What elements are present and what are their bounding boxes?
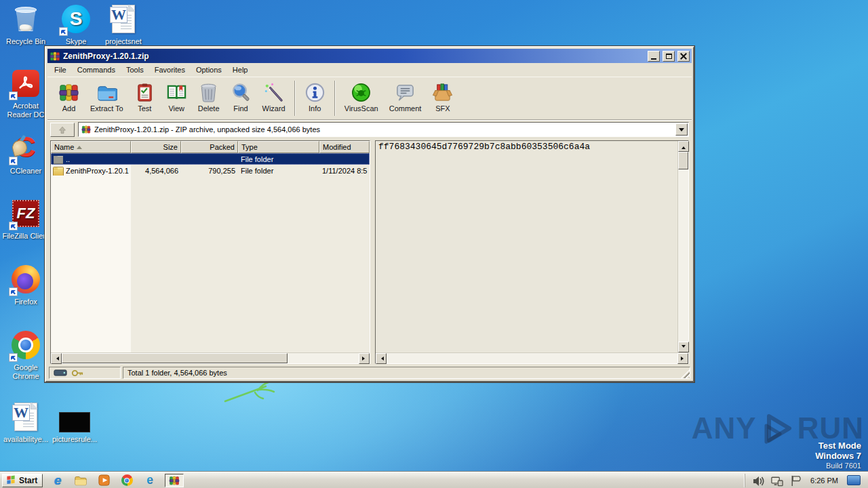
sfx-button[interactable]: SFX [427,79,458,115]
media-player-icon[interactable] [97,474,111,487]
desktop-icon-chrome[interactable]: Google Chrome [1,329,50,381]
view-book-icon [166,82,187,103]
delete-button[interactable]: Delete [193,79,225,115]
desktop-icon-availability-doc[interactable]: W availabilitye... [1,401,50,444]
shortcut-arrow-icon [9,92,18,100]
desktop-icon-label: Skype [66,37,87,46]
comment-horizontal-scrollbar[interactable] [376,352,688,363]
resize-grip[interactable] [681,369,690,378]
scroll-left-button[interactable] [51,353,62,364]
column-header-size[interactable]: Size [131,141,181,153]
comment-vertical-scrollbar[interactable] [677,141,688,352]
sfx-box-icon [432,82,453,103]
shortcut-arrow-icon [9,222,18,230]
find-button[interactable]: Find [225,79,257,115]
chevron-down-icon [679,128,684,134]
test-button[interactable]: Test [129,79,161,115]
desktop-icon-label: Recycle Bin [6,37,45,46]
skype-icon: S [60,3,92,35]
menu-favorites[interactable]: Favorites [149,64,191,75]
column-header-type[interactable]: Type [238,141,319,153]
desktop-icon-filezilla[interactable]: FZ FileZilla Client [1,198,50,241]
desktop-icon-label: picturesrule... [52,435,97,444]
menu-tools[interactable]: Tools [121,64,149,75]
column-header-name[interactable]: Name [51,141,131,153]
address-bar: ZenithProxy-1.20.1.zip - ZIP archive, un… [47,120,692,139]
desktop-icon-projectsnet[interactable]: W projectsnet [99,3,148,46]
virusscan-icon [351,82,372,103]
chrome-taskbar-icon[interactable] [120,474,134,487]
edge-taskbar-icon[interactable]: e [143,474,157,487]
volume-icon[interactable] [752,474,764,487]
title-bar[interactable]: ZenithProxy-1.20.1.zip [47,49,692,63]
virusscan-button[interactable]: VirusScan [339,79,384,115]
add-button[interactable]: Add [53,79,85,115]
address-combobox[interactable]: ZenithProxy-1.20.1.zip - ZIP archive, un… [78,122,689,137]
desktop-icon-label: Google Chrome [1,363,50,381]
arrow-down-icon [682,345,686,350]
toolbar: Add Extract To Test View Delete Find Wiz… [47,77,692,120]
comment-button[interactable]: Comment [384,79,427,115]
menu-help[interactable]: Help [227,64,254,75]
quick-launch: e e [45,474,162,487]
desktop-icon-recycle-bin[interactable]: Recycle Bin [1,3,50,46]
show-desktop-button[interactable] [847,475,861,485]
desktop-icon-ccleaner[interactable]: C CCleaner [1,133,50,176]
column-header-packed[interactable]: Packed [181,141,238,153]
anyrun-brand-any: ANY [692,413,757,443]
arrow-up-icon [682,144,686,149]
test-clipboard-icon [134,82,155,103]
table-row-zenithproxy[interactable]: ZenithProxy-1.20.1 4,564,066 790,255 Fil… [51,165,370,176]
toolbar-separator [294,81,296,116]
extract-folder-icon [96,82,117,103]
desktop-icon-acrobat[interactable]: Acrobat Reader DC [1,68,50,119]
view-button[interactable]: View [161,79,193,115]
scrollbar-track[interactable] [678,152,688,342]
folder-icon [54,167,63,176]
desktop-icon-picturesrule[interactable]: picturesrule... [50,401,99,444]
list-horizontal-scrollbar[interactable] [51,352,370,363]
wizard-button[interactable]: Wizard [257,79,291,115]
scroll-down-button[interactable] [678,342,689,352]
scrollbar-thumb[interactable] [62,353,288,363]
anyrun-brand-run: RUN [797,413,864,443]
shortcut-arrow-icon [59,27,68,36]
action-center-flag-icon[interactable] [789,474,802,487]
info-button[interactable]: Info [299,79,331,115]
table-row-parent-dir[interactable]: .. File folder [51,153,370,165]
network-icon[interactable] [770,474,783,487]
close-button[interactable] [677,51,690,62]
scrollbar-thumb[interactable] [678,152,688,169]
anyrun-watermark: ANY RUN Test Mode Windows 7 Build 7601 [688,411,864,470]
menu-options[interactable]: Options [191,64,227,75]
toolbar-separator [334,81,336,116]
desktop-icon-firefox[interactable]: Firefox [1,264,50,306]
minimize-button[interactable] [648,51,660,62]
scroll-right-button[interactable] [677,353,688,364]
status-icons-panel [49,367,121,379]
up-one-level-button[interactable] [50,123,75,137]
scroll-right-button[interactable] [359,353,370,364]
comment-pane: ff7683430645d7769729b7c8abb60353506c6a4a [375,140,689,364]
scroll-up-button[interactable] [678,141,689,152]
scrollbar-track[interactable] [387,353,677,363]
acrobat-reader-icon [10,68,41,99]
start-button[interactable]: Start [2,474,43,487]
windows-explorer-icon[interactable] [74,474,87,487]
address-dropdown-button[interactable] [675,123,688,136]
menu-file[interactable]: File [49,64,72,75]
watermark-build: Build 7601 [688,461,861,470]
scrollbar-track[interactable] [62,353,359,363]
column-header-modified[interactable]: Modified [319,141,370,153]
menu-bar: File Commands Tools Favorites Options He… [47,63,692,77]
extract-to-button[interactable]: Extract To [85,79,129,115]
desktop-icon-skype[interactable]: S Skype [52,3,100,46]
desktop-icon-label: FileZilla Client [2,232,49,241]
menu-commands[interactable]: Commands [72,64,121,75]
winrar-taskbar-button[interactable] [165,474,184,487]
internet-explorer-icon[interactable]: e [51,474,64,487]
taskbar-clock[interactable]: 6:26 PM [808,476,841,485]
scroll-left-button[interactable] [376,353,387,364]
desktop-icon-label: projectsnet [105,37,142,46]
maximize-button[interactable] [663,51,675,62]
